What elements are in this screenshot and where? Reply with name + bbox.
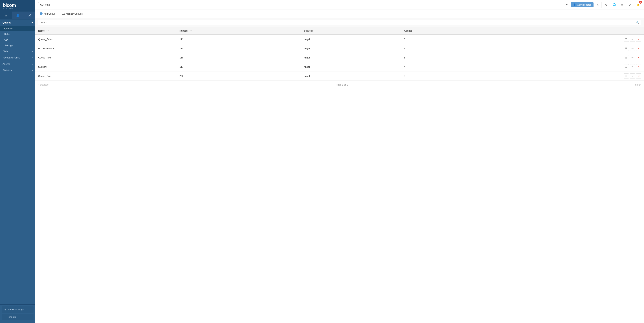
- row-details-button[interactable]: ☰: [624, 37, 629, 42]
- sidebar-icon-bar: ⌂ 👤 ⎇: [0, 12, 35, 20]
- sidebar-item-agents[interactable]: Agents ›: [0, 61, 35, 67]
- strategy-column-header: Strategy: [301, 27, 401, 35]
- row-delete-button[interactable]: ✕: [636, 55, 641, 60]
- row-agents-cell: 5: [401, 72, 492, 81]
- row-actions-cell: ☰ ✏ ✕: [492, 72, 644, 81]
- table-row: Queue_One 222 ringall 5 ☰ ✏ ✕: [35, 72, 644, 81]
- row-strategy-cell: ringall: [301, 62, 401, 72]
- search-input-wrap: 🔍: [38, 20, 641, 25]
- gear-icon: ⚙: [605, 3, 608, 7]
- prev-page-button[interactable]: ‹ previous: [38, 83, 48, 86]
- row-agents-cell: 5: [401, 53, 492, 62]
- number-sort-icon: ▲▼: [190, 30, 192, 32]
- add-icon: +: [40, 12, 42, 15]
- table-row: Queue_Sales 111 ringall 6 ☰ ✏ ✕: [35, 35, 644, 44]
- add-queue-button[interactable]: + Add Queue: [38, 12, 57, 16]
- refresh-icon-button[interactable]: ⟳: [627, 2, 633, 8]
- sidebar: bicomSYSTEMS ⌂ 👤 ⎇ Queues ▾ Queues Rules…: [0, 0, 35, 323]
- name-sort-icon: ▲▼: [46, 30, 49, 32]
- row-edit-button[interactable]: ✏: [630, 64, 635, 69]
- row-actions-cell: ☰ ✏ ✕: [492, 35, 644, 44]
- sidebar-logo: bicomSYSTEMS: [0, 0, 35, 12]
- sign-out-button[interactable]: ↩ Sign out: [2, 314, 34, 320]
- row-name-cell: Queue_One: [35, 72, 177, 81]
- user-menu-button[interactable]: 👤 Administrator: [570, 2, 594, 7]
- search-icon: 🔍: [636, 21, 639, 24]
- share-nav-button[interactable]: ⎇: [24, 12, 35, 19]
- clock-icon-button[interactable]: ⏱: [595, 2, 602, 8]
- page-info: Page 1 of 1: [336, 83, 348, 86]
- sidebar-item-settings[interactable]: Settings: [0, 43, 35, 48]
- row-actions-cell: ☰ ✏ ✕: [492, 44, 644, 53]
- sidebar-item-dialer[interactable]: Dialer ›: [0, 48, 35, 55]
- row-details-button[interactable]: ☰: [624, 55, 629, 60]
- action-bar: + Add Queue Monitor Queues: [35, 10, 644, 18]
- row-number-cell: 115: [177, 44, 301, 53]
- monitor-icon: [62, 13, 65, 15]
- search-icon-button[interactable]: 🔍: [636, 21, 639, 24]
- sidebar-item-feedback-forms[interactable]: Feedback Forms ›: [0, 55, 35, 61]
- sidebar-item-queues[interactable]: Queues: [0, 26, 35, 31]
- refresh-alt-icon: ↺: [621, 3, 623, 7]
- row-number-cell: 222: [177, 72, 301, 81]
- table-row: Queue_Two 116 ringall 5 ☰ ✏ ✕: [35, 53, 644, 62]
- main-content: CCHome 👤 Administrator ⏱ ⚙ 🌐 ↺ ⟳ 🔔 1 + A…: [35, 0, 644, 323]
- number-column-header[interactable]: Number ▲▼: [177, 27, 301, 35]
- sidebar-item-rules[interactable]: Rules: [0, 31, 35, 37]
- home-nav-button[interactable]: ⌂: [0, 12, 12, 19]
- logo: bicomSYSTEMS: [3, 3, 16, 9]
- notification-badge: 1: [639, 1, 642, 4]
- bell-icon-button[interactable]: 🔔 1: [634, 2, 641, 8]
- row-strategy-cell: ringall: [301, 53, 401, 62]
- row-actions-cell: ☰ ✏ ✕: [492, 62, 644, 72]
- table-header: Name ▲▼ Number ▲▼ Strategy Agents: [35, 27, 644, 35]
- search-bar: 🔍: [35, 18, 644, 27]
- row-delete-button[interactable]: ✕: [636, 46, 641, 51]
- settings-icon-button[interactable]: ⚙: [603, 2, 610, 8]
- row-name-cell: Support: [35, 62, 177, 72]
- row-details-button[interactable]: ☰: [624, 46, 629, 51]
- sidebar-nav: Queues ▾ Queues Rules CDR Settings Diale…: [0, 20, 35, 304]
- row-number-cell: 111: [177, 35, 301, 44]
- refresh-alt-icon-button[interactable]: ↺: [619, 2, 625, 8]
- row-number-cell: 117: [177, 62, 301, 72]
- row-strategy-cell: ringall: [301, 72, 401, 81]
- row-agents-cell: 4: [401, 62, 492, 72]
- globe-icon-button[interactable]: 🌐: [611, 2, 617, 8]
- row-edit-button[interactable]: ✏: [630, 46, 635, 51]
- monitor-queues-button[interactable]: Monitor Queues: [60, 12, 84, 16]
- agents-column-header: Agents: [401, 27, 492, 35]
- row-delete-button[interactable]: ✕: [636, 64, 641, 69]
- sidebar-item-cdr[interactable]: CDR: [0, 37, 35, 43]
- pagination: ‹ previous Page 1 of 1 next ›: [35, 81, 644, 89]
- name-column-header[interactable]: Name ▲▼: [35, 27, 177, 35]
- row-agents-cell: 3: [401, 44, 492, 53]
- sidebar-bottom: ⚙ Admin Settings ↩ Sign out: [0, 304, 35, 323]
- clock-icon: ⏱: [597, 3, 600, 6]
- user-icon: 👤: [573, 4, 576, 6]
- actions-column-header: [492, 27, 644, 35]
- row-edit-button[interactable]: ✏: [630, 37, 635, 42]
- row-name-cell: Queue_Sales: [35, 35, 177, 44]
- queues-table-container: Name ▲▼ Number ▲▼ Strategy Agents: [35, 27, 644, 323]
- refresh-icon: ⟳: [629, 3, 631, 7]
- row-details-button[interactable]: ☰: [624, 64, 629, 69]
- queues-tbody: Queue_Sales 111 ringall 6 ☰ ✏ ✕ IT_Depar…: [35, 35, 644, 81]
- row-strategy-cell: ringall: [301, 35, 401, 44]
- search-input[interactable]: [38, 20, 641, 25]
- queues-table: Name ▲▼ Number ▲▼ Strategy Agents: [35, 27, 644, 81]
- row-edit-button[interactable]: ✏: [630, 74, 635, 79]
- bell-icon: 🔔: [636, 3, 640, 7]
- admin-settings-button[interactable]: ⚙ Admin Settings: [2, 306, 34, 313]
- row-delete-button[interactable]: ✕: [636, 37, 641, 42]
- row-agents-cell: 6: [401, 35, 492, 44]
- queues-group-header[interactable]: Queues ▾: [0, 20, 35, 26]
- sidebar-item-statistics[interactable]: Statistics ›: [0, 67, 35, 74]
- row-edit-button[interactable]: ✏: [630, 55, 635, 60]
- row-actions-cell: ☰ ✏ ✕: [492, 53, 644, 62]
- ccHome-select[interactable]: CCHome: [38, 2, 569, 8]
- row-details-button[interactable]: ☰: [624, 74, 629, 79]
- next-page-button[interactable]: next ›: [635, 83, 641, 86]
- row-delete-button[interactable]: ✕: [636, 74, 641, 79]
- user-nav-button[interactable]: 👤: [12, 12, 24, 19]
